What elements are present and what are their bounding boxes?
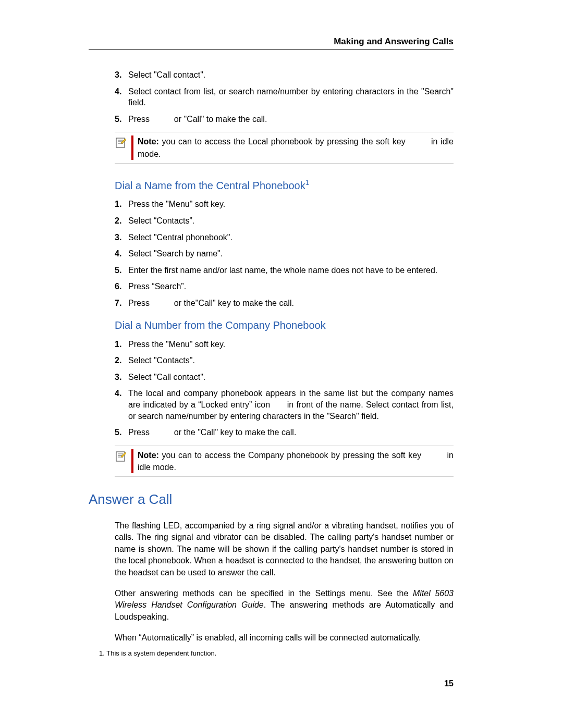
steps-list-b: 1.Press the "Menu" soft key. 2.Select “C… [115,199,454,309]
step-text: Press the "Menu" soft key. [128,339,454,350]
step-text: Select "Search by name". [128,248,454,260]
step-number: 7. [115,298,128,309]
note-block: Note: you can to access the Company phon… [115,446,454,477]
note-label: Note: [138,137,159,146]
step-item: 3.Select "Call contact". [115,372,454,383]
step-text-part: or the"Call" key to make the call. [172,299,294,307]
step-text: Select contact from list, or search name… [128,86,454,108]
step-number: 1. [115,339,128,350]
steps-list-a: 3. Select "Call contact". 4. Select cont… [115,69,454,125]
footnote-ref: 1 [305,178,310,187]
svg-rect-4 [116,452,125,461]
step-text-part: Press [128,428,152,437]
step-text: Press the "Menu" soft key. [128,199,454,210]
subheading-company-phonebook: Dial a Number from the Company Phonebook [115,319,454,331]
note-accent-bar [131,449,133,473]
step-text: Select "Contacts". [128,355,454,366]
step-text: Select "Call contact". [128,372,454,383]
paragraph-part: Other answering methods can be specified… [115,589,413,598]
page-number: 15 [444,679,454,688]
subheading-text: Dial a Name from the Central Phonebook [115,179,305,191]
step-text: Press or the "Call" key to make the call… [128,427,454,438]
step-text: Select "Call contact". [128,69,454,81]
note-body: you can to access the Local phonebook by… [159,137,408,146]
step-number: 1. [115,199,128,210]
step-text-part: or "Call" to make the call. [172,115,267,124]
step-text: Select “Contacts”. [128,215,454,227]
step-number: 4. [115,388,128,422]
step-text: Enter the first name and/or last name, t… [128,265,454,276]
note-label: Note: [138,451,159,460]
step-text-part: Press [128,299,152,307]
section-a: 3. Select "Call contact". 4. Select cont… [115,69,454,477]
step-item: 2.Select “Contacts”. [115,215,454,227]
step-text: Press or "Call" to make the call. [128,114,454,125]
page-body: Making and Answering Calls 3. Select "Ca… [89,36,454,657]
paragraph: The flashing LED, accompanied by a ring … [115,520,454,578]
step-item: 4.Select "Search by name". [115,248,454,260]
step-number: 5. [115,427,128,438]
step-item: 3.Select "Central phonebook". [115,232,454,243]
step-number: 5. [115,265,128,276]
step-item: 3. Select "Call contact". [115,69,454,81]
section-header: Making and Answering Calls [89,36,454,50]
section-d-body: The flashing LED, accompanied by a ring … [115,520,454,644]
step-text: Press or the"Call" key to make the call. [128,298,454,309]
note-body: you can to access the Company phonebook … [159,451,424,460]
step-item: 4. The local and company phonebook appea… [115,388,454,422]
subheading-central-phonebook: Dial a Name from the Central Phonebook1 [115,178,454,192]
step-text-part: Press [128,115,152,124]
note-icon [115,137,128,151]
step-item: 7. Press or the"Call" key to make the ca… [115,298,454,309]
step-number: 6. [115,281,128,292]
step-item: 5. Press or "Call" to make the call. [115,114,454,125]
footnote: 1. This is a system dependent function. [99,649,454,657]
step-text: Press “Search”. [128,281,454,292]
step-text: The local and company phonebook appears … [128,388,454,422]
step-number: 3. [115,69,128,81]
note-block: Note: you can to access the Local phoneb… [115,132,454,163]
step-text-part: or the "Call" key to make the call. [172,428,296,437]
step-item: 1.Press the "Menu" soft key. [115,339,454,350]
paragraph: When “Automatically” is enabled, all inc… [115,632,454,644]
step-number: 2. [115,355,128,366]
heading-answer-call: Answer a Call [89,491,454,508]
step-text: Select "Central phonebook". [128,232,454,243]
step-number: 3. [115,372,128,383]
note-icon [115,450,128,465]
step-number: 5. [115,114,128,125]
step-number: 2. [115,215,128,227]
step-item: 2.Select "Contacts". [115,355,454,366]
step-item: 4. Select contact from list, or search n… [115,86,454,108]
step-number: 4. [115,86,128,108]
paragraph: Other answering methods can be specified… [115,588,454,623]
steps-list-c: 1.Press the "Menu" soft key. 2.Select "C… [115,339,454,438]
note-accent-bar [131,135,133,159]
step-item: 6.Press “Search”. [115,281,454,292]
step-number: 4. [115,248,128,260]
step-item: 5.Enter the first name and/or last name,… [115,265,454,276]
step-item: 1.Press the "Menu" soft key. [115,199,454,210]
note-text: Note: you can to access the Company phon… [138,449,454,473]
note-text: Note: you can to access the Local phoneb… [138,135,454,159]
svg-rect-0 [116,138,125,147]
step-item: 5. Press or the "Call" key to make the c… [115,427,454,438]
step-number: 3. [115,232,128,243]
